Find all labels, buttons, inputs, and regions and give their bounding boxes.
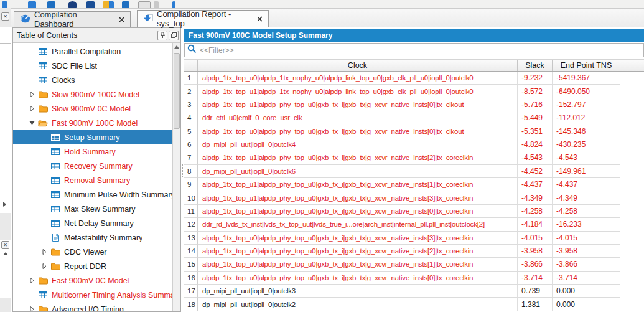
toc-item-net-delay-summary[interactable]: Net Delay Summary bbox=[13, 216, 172, 230]
row-number-cell[interactable]: 10 bbox=[184, 191, 198, 204]
clock-cell[interactable]: alpdp_1tx_top_u0|alpdp_phy_top_u0|gxb_tx… bbox=[198, 258, 518, 271]
clock-cell[interactable]: alpdp_1tx_top_u1|alpdp_phy_top_u0|gxb_tx… bbox=[198, 98, 518, 111]
toc-item-removal-summary[interactable]: Removal Summary bbox=[13, 173, 172, 187]
toc-item-advanced-i-o-timing[interactable]: Advanced I/O Timing bbox=[13, 302, 172, 311]
end-point-tns-cell[interactable]: -152.797 bbox=[553, 98, 620, 111]
end-point-tns-cell[interactable]: -3.714 bbox=[553, 272, 620, 285]
scrollbar-thumb[interactable] bbox=[174, 53, 180, 129]
toc-item-report-ddr[interactable]: Report DDR bbox=[13, 259, 172, 273]
clock-cell[interactable]: alpdp_1tx_top_u1|alpdp_phy_top_u0|gxb_tx… bbox=[198, 178, 518, 191]
table-row[interactable]: 11alpdp_1tx_top_u1|alpdp_phy_top_u0|gxb_… bbox=[184, 205, 644, 218]
table-row[interactable]: 5alpdp_1tx_top_u0|alpdp_phy_top_u0|gxb_t… bbox=[184, 125, 644, 138]
toc-item-fast-900mv-0c-model[interactable]: Fast 900mV 0C Model bbox=[13, 273, 172, 288]
toc-item-clocks[interactable]: Clocks bbox=[13, 73, 172, 87]
header-cell-index[interactable] bbox=[184, 60, 198, 71]
slack-cell[interactable]: -4.543 bbox=[518, 151, 553, 164]
end-point-tns-cell[interactable]: 0.000 bbox=[553, 298, 620, 311]
table-row[interactable]: 3alpdp_1tx_top_u1|alpdp_phy_top_u0|gxb_t… bbox=[184, 98, 644, 111]
row-number-cell[interactable]: 9 bbox=[184, 178, 198, 191]
slack-cell[interactable]: -4.258 bbox=[518, 205, 553, 218]
slack-cell[interactable]: -4.349 bbox=[518, 191, 553, 204]
slack-cell[interactable]: -5.716 bbox=[518, 98, 553, 111]
end-point-tns-cell[interactable]: 0.000 bbox=[553, 285, 620, 298]
table-row[interactable]: 18dp_mipi_pll_uut|iopll_0|outclk21.3810.… bbox=[184, 298, 644, 311]
tab-compilation-report[interactable]: Compilation Report - sys_top bbox=[137, 10, 269, 27]
row-number-cell[interactable]: 7 bbox=[184, 151, 198, 164]
toolbar-icon-fragment[interactable] bbox=[68, 1, 77, 8]
row-number-cell[interactable]: 13 bbox=[184, 232, 198, 245]
clock-cell[interactable]: dp_mipi_pll_uut|iopll_0|outclk4 bbox=[198, 138, 518, 151]
dock-scroll-up-icon[interactable] bbox=[3, 252, 8, 255]
dock-close-icon[interactable]: ✕ bbox=[1, 12, 9, 21]
toc-item-max-skew-summary[interactable]: Max Skew Summary bbox=[13, 202, 172, 216]
pin-icon[interactable] bbox=[157, 31, 167, 40]
row-number-cell[interactable]: 3 bbox=[184, 98, 198, 111]
clock-cell[interactable]: dp_mipi_pll_uut|iopll_0|outclk6 bbox=[198, 165, 518, 178]
toc-item-minimum-pulse-width-summary[interactable]: Minimum Pulse Width Summary bbox=[13, 187, 172, 202]
toc-scrollbar[interactable] bbox=[172, 43, 180, 311]
table-row[interactable]: 6dp_mipi_pll_uut|iopll_0|outclk4-4.824-4… bbox=[184, 138, 644, 151]
toc-item-cdc-viewer[interactable]: CDC Viewer bbox=[13, 245, 172, 259]
row-number-cell[interactable]: 4 bbox=[184, 111, 198, 125]
toc-item-parallel-compilation[interactable]: Parallel Compilation bbox=[13, 44, 172, 59]
toc-item-multicorner-timing-analysis-summary[interactable]: Multicorner Timing Analysis Summary bbox=[13, 288, 172, 302]
table-row[interactable]: 15alpdp_1tx_top_u0|alpdp_phy_top_u0|gxb_… bbox=[184, 258, 644, 271]
row-number-cell[interactable]: 15 bbox=[184, 258, 198, 271]
clock-cell[interactable]: alpdp_1tx_top_u0|alpdp_phy_top_u0|gxb_tx… bbox=[198, 245, 518, 258]
toolbar-icon-fragment[interactable] bbox=[28, 1, 36, 8]
tree-collapsed-icon[interactable] bbox=[28, 278, 35, 283]
end-point-tns-cell[interactable]: -430.235 bbox=[553, 138, 620, 151]
clock-cell[interactable]: alpdp_1tx_top_u0|alpdp_phy_top_u0|gxb_tx… bbox=[198, 232, 518, 245]
end-point-tns-cell[interactable]: -4.437 bbox=[553, 178, 620, 191]
table-row[interactable]: 16alpdp_1tx_top_u0|alpdp_phy_top_u0|gxb_… bbox=[184, 272, 644, 285]
toolbar-icon-fragment[interactable] bbox=[122, 1, 129, 8]
clock-cell[interactable]: alpdp_1tx_top_u0|alpdp_phy_top_u0|gxb_tx… bbox=[198, 272, 518, 285]
clock-cell[interactable]: alpdp_1tx_top_u0|alpdp_phy_top_u0|gxb_tx… bbox=[198, 125, 518, 138]
toc-item-setup-summary[interactable]: Setup Summary bbox=[13, 130, 172, 144]
dock-expand-icon[interactable] bbox=[3, 202, 6, 207]
scroll-up-icon[interactable] bbox=[173, 43, 180, 51]
toc-item-metastability-summary[interactable]: Metastability Summary bbox=[13, 230, 172, 245]
tree-expanded-icon[interactable] bbox=[28, 121, 35, 125]
slack-cell[interactable]: -4.452 bbox=[518, 165, 553, 178]
table-row[interactable]: 10alpdp_1tx_top_u1|alpdp_phy_top_u0|gxb_… bbox=[184, 191, 644, 204]
end-point-tns-cell[interactable]: -149.961 bbox=[553, 165, 620, 178]
table-row[interactable]: 8dp_mipi_pll_uut|iopll_0|outclk6-4.452-1… bbox=[184, 165, 644, 178]
toc-item-fast-900mv-100c-model[interactable]: Fast 900mV 100C Model bbox=[13, 116, 172, 130]
toc-item-recovery-summary[interactable]: Recovery Summary bbox=[13, 159, 172, 173]
clock-cell[interactable]: dp_mipi_pll_uut|iopll_0|outclk3 bbox=[198, 285, 518, 298]
slack-cell[interactable]: -3.866 bbox=[518, 258, 553, 271]
slack-cell[interactable]: -5.449 bbox=[518, 111, 553, 125]
toolbar-icon-fragment[interactable] bbox=[138, 1, 151, 8]
slack-cell[interactable]: -4.184 bbox=[518, 218, 553, 231]
row-number-cell[interactable]: 2 bbox=[184, 85, 198, 98]
tree-collapsed-icon[interactable] bbox=[28, 106, 35, 111]
toolbar-icon-fragment[interactable] bbox=[154, 1, 159, 8]
table-row[interactable]: 2alpdp_1tx_top_u1|alpdp_1tx_nophy_u0|alp… bbox=[184, 85, 644, 98]
row-number-cell[interactable]: 1 bbox=[184, 72, 198, 85]
close-icon[interactable] bbox=[119, 17, 124, 22]
table-row[interactable]: 9alpdp_1tx_top_u1|alpdp_phy_top_u0|gxb_t… bbox=[184, 178, 644, 191]
table-row[interactable]: 12ddr_rd_lvds_tx_inst|lvds_tx_top_uut|lv… bbox=[184, 218, 644, 231]
close-icon[interactable] bbox=[257, 16, 263, 22]
end-point-tns-cell[interactable]: -112.012 bbox=[553, 111, 620, 125]
end-point-tns-cell[interactable]: -4.015 bbox=[553, 232, 620, 245]
end-point-tns-cell[interactable]: -4.543 bbox=[553, 151, 620, 164]
filter-input[interactable] bbox=[200, 46, 643, 55]
tab-compilation-dashboard[interactable]: Compilation Dashboard bbox=[14, 11, 131, 27]
clock-cell[interactable]: alpdp_1tx_top_u1|alpdp_phy_top_u0|gxb_tx… bbox=[198, 151, 518, 164]
slack-cell[interactable]: -5.351 bbox=[518, 125, 553, 138]
clock-cell[interactable]: ddr_ctrl_u0|emif_0_core_usr_clk bbox=[198, 111, 518, 125]
table-row[interactable]: 17dp_mipi_pll_uut|iopll_0|outclk30.7390.… bbox=[184, 285, 644, 298]
toc-item-slow-900mv-0c-model[interactable]: Slow 900mV 0C Model bbox=[13, 102, 172, 116]
end-point-tns-cell[interactable]: -16.233 bbox=[553, 218, 620, 231]
header-cell-slack[interactable]: Slack bbox=[518, 60, 553, 71]
table-row[interactable]: 7alpdp_1tx_top_u1|alpdp_phy_top_u0|gxb_t… bbox=[184, 151, 644, 164]
end-point-tns-cell[interactable]: -4.349 bbox=[553, 191, 620, 204]
slack-cell[interactable]: 0.739 bbox=[518, 285, 553, 298]
slack-cell[interactable]: -9.232 bbox=[518, 72, 553, 85]
tree-collapsed-icon[interactable] bbox=[28, 92, 35, 97]
toolbar-icon-fragment[interactable] bbox=[86, 1, 95, 8]
float-panel-icon[interactable] bbox=[169, 31, 179, 40]
clock-cell[interactable]: alpdp_1tx_top_u1|alpdp_1tx_nophy_u0|alpd… bbox=[198, 85, 518, 98]
